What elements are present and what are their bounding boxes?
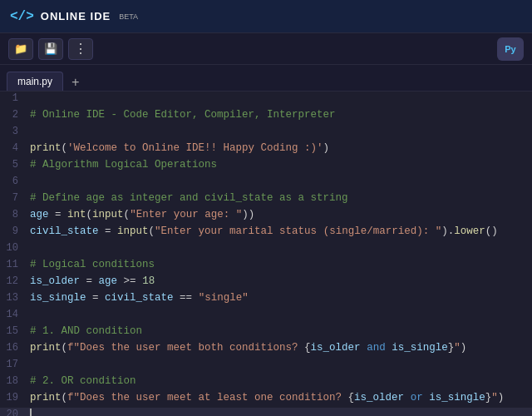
beta-badge: BETA [119,12,138,21]
code-line-11: 11 # Logical conditions [0,258,532,275]
code-line-10: 10 [0,241,532,258]
code-line-12: 12 is_older = age >= 18 [0,275,532,291]
app-header: </> ONLINE IDE BETA [0,0,532,33]
tab-label: main.py [17,76,52,87]
add-tab-button[interactable]: + [68,76,83,91]
code-line-6: 6 [0,175,532,191]
code-line-1: 1 [0,92,532,108]
tab-main-py[interactable]: main.py [7,72,63,91]
share-button[interactable]: ⋮ [68,38,93,60]
folder-button[interactable]: 📁 [8,38,33,60]
logo-area: </> ONLINE IDE BETA [10,9,138,24]
tab-bar: main.py + [0,65,532,92]
code-line-14: 14 [0,308,532,324]
code-line-4: 4 print('Welcome to Online IDE!! Happy C… [0,141,532,158]
python-badge: Py [497,37,524,61]
code-line-3: 3 [0,125,532,141]
code-line-15: 15 # 1. AND condition [0,324,532,341]
code-line-18: 18 # 2. OR condition [0,374,532,391]
code-editor[interactable]: 1 2 # Online IDE - Code Editor, Compiler… [0,92,532,416]
code-line-13: 13 is_single = civil_state == "single" [0,291,532,308]
code-line-7: 7 # Define age as integer and civil_stat… [0,191,532,208]
toolbar: 📁 💾 ⋮ Py [0,33,532,65]
save-button[interactable]: 💾 [38,38,63,60]
code-line-16: 16 print(f"Does the user meet both condi… [0,341,532,358]
save-icon: 💾 [44,42,57,56]
text-cursor [30,409,32,416]
code-line-9: 9 civil_state = input("Enter your marita… [0,225,532,241]
share-icon: ⋮ [74,41,87,57]
code-line-8: 8 age = int(input("Enter your age: ")) [0,208,532,225]
app-title: ONLINE IDE [41,10,111,22]
code-line-17: 17 [0,358,532,374]
code-line-5: 5 # Algorithm Logical Operations [0,158,532,175]
folder-icon: 📁 [14,42,27,56]
code-line-20: 20 [0,408,532,416]
code-line-19: 19 print(f"Does the user meet at least o… [0,391,532,408]
logo-icon: </> [10,9,34,24]
code-line-2: 2 # Online IDE - Code Editor, Compiler, … [0,108,532,125]
